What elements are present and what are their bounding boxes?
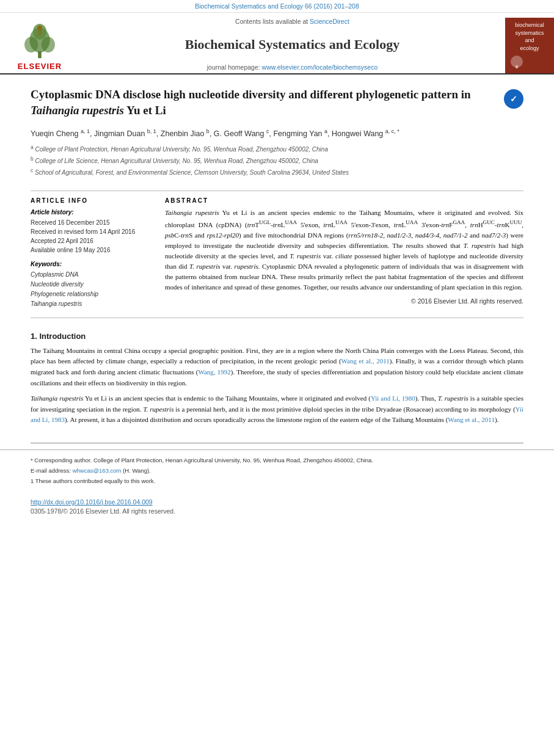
keyword-4: Taihangia rupestris xyxy=(31,299,153,309)
keyword-3: Phylogenetic relationship xyxy=(31,289,153,299)
history-label: Article history: xyxy=(31,209,153,216)
contents-line: Contents lists available at ScienceDirec… xyxy=(235,18,349,25)
article-title-section: ✓ Cytoplasmic DNA disclose high nucleoti… xyxy=(0,75,554,190)
crossmark-icon: ✓ xyxy=(504,89,523,109)
abstract-heading: ABSTRACT xyxy=(165,197,523,204)
svg-point-3 xyxy=(42,37,55,53)
journal-title: Biochemical Systematics and Ecology xyxy=(185,37,399,53)
article-title: ✓ Cytoplasmic DNA disclose high nucleoti… xyxy=(31,87,523,118)
svg-rect-6 xyxy=(38,30,42,35)
keyword-2: Nucleotide diversity xyxy=(31,280,153,289)
corresponding-note: * Corresponding author. College of Plant… xyxy=(31,456,523,465)
elsevier-wordmark: ELSEVIER xyxy=(18,62,62,71)
doi-link[interactable]: http://dx.doi.org/10.1016/j.bse.2016.04.… xyxy=(31,498,153,506)
ref-wang1992[interactable]: Wang, 1992 xyxy=(198,368,230,376)
ref-yii1980[interactable]: Yii and Li, 1980 xyxy=(371,394,415,402)
equal-contrib-note: 1 These authors contributed equally to t… xyxy=(31,477,523,485)
journal-citation: Biochemical Systematics and Ecology 66 (… xyxy=(0,0,554,13)
journal-header: ELSEVIER Contents lists available at Sci… xyxy=(0,13,554,75)
article-history: Article history: Received 16 December 20… xyxy=(31,209,153,255)
intro-para1: The Taihang Mountains in central China o… xyxy=(31,346,523,388)
intro-para2: Taihangia rupestris Yu et Li is an ancie… xyxy=(31,393,523,426)
email-note: E-mail address: whwcas@163.com (H. Wang)… xyxy=(31,467,523,475)
abstract-column: ABSTRACT Taihangia rupestris Yu et Li is… xyxy=(165,197,523,309)
homepage-url[interactable]: www.elsevier.com/locate/biochemsyseco xyxy=(262,64,378,71)
keyword-1: Cytoplasmic DNA xyxy=(31,270,153,280)
abstract-text: Taihangia rupestris Yu et Li is an ancie… xyxy=(165,208,523,293)
available-date: Available online 19 May 2016 xyxy=(31,245,153,255)
sciencedirect-link[interactable]: ScienceDirect xyxy=(310,18,349,25)
email-link[interactable]: whwcas@163.com xyxy=(73,467,122,474)
affil-a: a College of Plant Protection, Henan Agr… xyxy=(31,144,523,154)
svg-text:✓: ✓ xyxy=(510,94,517,104)
authors-line: Yueqin Cheng a, 1, Jingmian Duan b, 1, Z… xyxy=(31,127,523,140)
badge-tree-icon xyxy=(508,54,526,70)
received-date: Received 16 December 2015 xyxy=(31,218,153,227)
svg-point-5 xyxy=(37,26,42,30)
journal-header-center: Contents lists available at ScienceDirec… xyxy=(79,18,505,73)
elsevier-tree-icon xyxy=(18,23,61,60)
introduction-section: 1. Introduction The Taihang Mountains in… xyxy=(0,321,554,437)
keywords-label: Keywords: xyxy=(31,261,153,267)
journal-badge: biochemical systematics and ecology xyxy=(505,18,554,73)
keywords-section: Keywords: Cytoplasmic DNA Nucleotide div… xyxy=(31,261,153,309)
crossmark-svg: ✓ xyxy=(504,89,523,109)
copyright-line: © 2016 Elsevier Ltd. All rights reserved… xyxy=(165,297,523,305)
ref-wang2011-2[interactable]: Wang et al., 2011 xyxy=(448,416,495,423)
footer-divider xyxy=(31,443,523,443)
elsevier-logo: ELSEVIER xyxy=(0,18,79,73)
footer-section: * Corresponding author. College of Plant… xyxy=(0,449,554,494)
intro-heading: 1. Introduction xyxy=(31,332,523,341)
affiliations: a College of Plant Protection, Henan Agr… xyxy=(31,144,523,178)
affil-c: c School of Agricultural, Forest, and En… xyxy=(31,167,523,178)
crossmark-badge[interactable]: ✓ xyxy=(504,89,523,109)
svg-point-2 xyxy=(24,37,38,53)
received-revised-date: Received in revised form 14 April 2016 xyxy=(31,227,153,236)
accepted-date: Accepted 22 April 2016 xyxy=(31,236,153,245)
section-divider-2 xyxy=(31,318,523,318)
footer-links: http://dx.doi.org/10.1016/j.bse.2016.04.… xyxy=(0,494,554,517)
info-abstract-section: ARTICLE INFO Article history: Received 1… xyxy=(0,191,554,315)
issn-line: 0305-1978/© 2016 Elsevier Ltd. All right… xyxy=(31,507,523,515)
ref-wang2011-1[interactable]: Wang et al., 2011 xyxy=(341,357,390,365)
article-info-heading: ARTICLE INFO xyxy=(31,197,153,204)
article-info-column: ARTICLE INFO Article history: Received 1… xyxy=(31,197,153,309)
affil-b: b College of Life Science, Henan Agricul… xyxy=(31,155,523,166)
journal-homepage: journal homepage: www.elsevier.com/locat… xyxy=(207,64,378,71)
svg-rect-8 xyxy=(516,65,518,68)
